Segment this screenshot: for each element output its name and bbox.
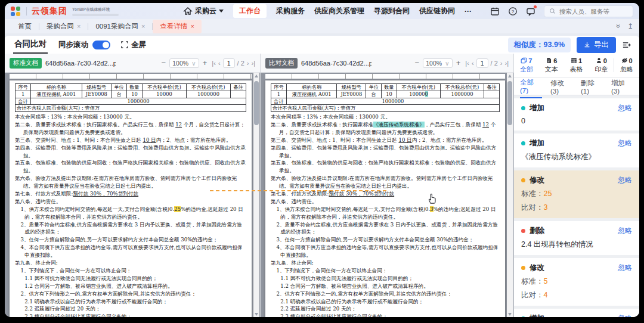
diff-card-content: 0 [521, 117, 632, 125]
diff-tab-count: 0 [629, 57, 633, 64]
scroll-down-icon[interactable] [255, 313, 258, 316]
scroll-up-icon[interactable] [508, 74, 512, 77]
contract-clause: 3、任何一方擅自解除合同的,另一方可以要求解约方支付本合同总金额 30%的违约金… [276, 236, 500, 244]
prev-page-button[interactable]: ‹ [218, 60, 221, 67]
ignore-link[interactable]: 忽略 [618, 103, 632, 113]
prev-page-button[interactable]: ‹ [472, 60, 474, 67]
standard-doc-toolbar: 标准文档 648d56aa-7c30-42d2...pdf − 100%∨ + … [5, 54, 260, 73]
scroll-up-icon[interactable] [255, 74, 258, 77]
next-page-button[interactable]: › [247, 60, 249, 67]
diff-tab-印章[interactable]: 0印章 [589, 54, 614, 77]
last-page-button[interactable]: ›| [504, 60, 509, 67]
contract-clause: 第三条、交货时间、地点：1、时间：本合同生效之日起 10 日内；2、地点：需方所… [15, 136, 246, 144]
table-amount-words: 合计不含税人民币金额(大写)：壹佰万 [271, 105, 500, 112]
ignore-link[interactable]: 忽略 [618, 226, 632, 236]
compare-doc-viewer: 比对文档 648d56aa-7c30-42d2...pdf − 100%∨ + … [261, 54, 514, 317]
standard-doc-scrollbar[interactable] [253, 73, 259, 317]
contract-clause: 第二条、质量要求或技术标准：执行国家标准《液压传动系统标准》，产品实行三包，质保… [271, 121, 500, 136]
nav-item-···[interactable]: ··· [465, 6, 472, 16]
diff-card[interactable]: 增加忽略采购修改 [514, 309, 639, 317]
tab-overflow-icon[interactable]: « [614, 24, 623, 29]
nav-item-采购服务[interactable]: 采购服务 [276, 6, 305, 16]
nav-item-供应链协同[interactable]: 供应链协同 [419, 6, 455, 16]
nav-item-workbench[interactable]: 工作台 [233, 4, 267, 18]
zoom-in-button[interactable]: + [202, 58, 209, 67]
page-number-input[interactable] [223, 58, 235, 68]
compare-doc-scrollbar[interactable] [507, 73, 513, 317]
table-icon: 1 [571, 57, 582, 64]
diff-card-header: 修改忽略 [521, 175, 632, 185]
close-icon[interactable]: × [77, 23, 80, 30]
export-label: 导出 [594, 40, 609, 50]
compare-doc-area[interactable]: 序号标的名称规格型号单位数量不含税单价(元)不含税总价(元)备注1液压挖掘机 A… [261, 73, 513, 317]
contract-clause: 2.1 明确表示或以自己的行为表示将不履行或不能履行合同的； [280, 298, 500, 306]
table-header-cell: 序号 [16, 84, 31, 91]
sync-scroll-toggle[interactable] [92, 41, 110, 49]
diff-tab-忽略[interactable]: 0忽略 [614, 54, 639, 77]
diff-card[interactable]: 删除忽略2.4 出现再转包的情况 [514, 221, 639, 255]
calendar-icon[interactable] [490, 7, 500, 16]
global-search[interactable] [544, 5, 633, 17]
tab-采购合同[interactable]: 采购合同× [39, 20, 88, 33]
nav-item-寻源到合同[interactable]: 寻源到合同 [374, 6, 410, 16]
help-icon[interactable]: ? [508, 7, 518, 16]
scroll-thumb[interactable] [507, 81, 512, 125]
search-input[interactable] [559, 8, 625, 15]
zoom-level-select[interactable]: 100%∨ [169, 58, 199, 68]
fullscreen-button[interactable]: 全屏 [121, 40, 146, 50]
last-page-button[interactable]: ›| [251, 60, 255, 67]
diff-tab-label: 印章 [595, 65, 608, 74]
message-icon[interactable] [526, 7, 535, 16]
zoom-in-button[interactable]: + [455, 58, 462, 67]
diff-field-value: 5 [544, 277, 548, 285]
next-page-button[interactable]: › [500, 60, 503, 67]
diff-filter-删除(1)[interactable]: 删除(1) [581, 74, 603, 98]
tab-查看详情[interactable]: 查看详情× [153, 20, 201, 33]
standard-doc-area[interactable]: 序号标的名称规格型号单位数量不含税单价(元)不含税总价(元)备注1液压挖掘机 A… [5, 73, 260, 317]
fullscreen-icon [121, 41, 128, 48]
diff-filter-全部(7)[interactable]: 全部(7) [520, 74, 542, 98]
diff-card-content: 比对：3 [521, 203, 632, 213]
scroll-down-icon[interactable] [508, 313, 512, 316]
zoom-out-button[interactable]: − [414, 58, 421, 67]
diff-filter-增加(3)[interactable]: 增加(3) [611, 74, 633, 98]
first-page-button[interactable]: |‹ [465, 60, 469, 67]
export-button[interactable]: 导出 [577, 37, 616, 53]
tab-label: 采购合同 [47, 22, 74, 31]
diff-type-dot [521, 229, 525, 233]
diff-card[interactable]: 增加忽略《液压传动系统标准》 [514, 133, 639, 167]
zoom-out-button[interactable]: − [160, 58, 168, 67]
contract-clause: 2、质量不符合约定标准,供方应当根据需方要求在 3 日内予以更换、或退货，并承担… [20, 221, 246, 237]
diff-filter-修改(3)[interactable]: 修改(3) [550, 74, 572, 98]
collapse-panel-button[interactable] [622, 41, 631, 49]
diff-card[interactable]: 修改忽略标准：5比对：4 [514, 258, 639, 306]
tab-label: 0091采购合同 [95, 22, 138, 31]
ignore-link[interactable]: 忽略 [618, 263, 632, 273]
ignore-link[interactable]: 忽略 [618, 313, 632, 317]
ignore-link[interactable]: 忽略 [618, 138, 632, 148]
tab-0091采购合同[interactable]: 0091采购合同× [88, 20, 152, 33]
tab-label: 首页 [18, 22, 32, 31]
diff-card[interactable]: 增加忽略0 [514, 98, 639, 131]
scroll-thumb[interactable] [254, 81, 259, 125]
env-title: YonBIP在线体验环境 [72, 7, 116, 13]
page-number-input[interactable] [476, 58, 488, 68]
table-cell: 液压挖掘机 A001 [286, 91, 337, 98]
ignore-link[interactable]: 忽略 [618, 175, 632, 185]
diff-tab-表格[interactable]: 1表格 [564, 54, 589, 77]
tab-首页[interactable]: 首页 [11, 20, 39, 33]
contract-clause: 1、供方未按合同约定时间交货的,每迟延一天,支付合同金额(含税)0.3%的违约金… [276, 206, 500, 221]
zoom-level-select[interactable]: 100%∨ [423, 58, 453, 68]
diff-tab-count: 0 [603, 57, 607, 64]
collapse-up-icon[interactable]: ↥ [627, 22, 633, 30]
close-icon[interactable]: × [141, 23, 145, 30]
close-icon[interactable]: × [190, 23, 194, 30]
page-title: 合同比对 [13, 36, 48, 54]
diff-tab-文本[interactable]: 6文本 [539, 54, 564, 77]
nav-item-home-cloud[interactable]: 采购云 [183, 6, 224, 16]
diff-card[interactable]: 修改忽略标准：25比对：3 [514, 170, 639, 218]
nav-item-供应商关系管理[interactable]: 供应商关系管理 [314, 6, 364, 16]
diff-card-content: 2.4 出现再转包的情况 [521, 240, 632, 250]
first-page-button[interactable]: |‹ [212, 60, 216, 67]
search-icon [549, 8, 556, 14]
